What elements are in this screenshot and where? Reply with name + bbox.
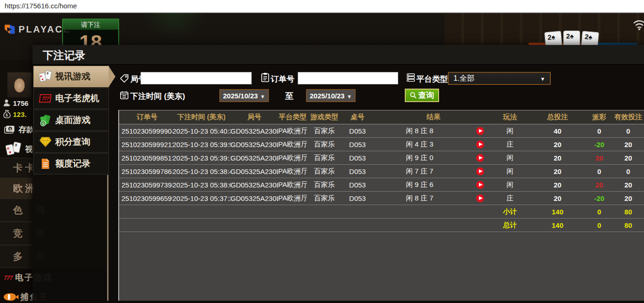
- col-header: 总投注: [526, 113, 589, 122]
- deposit-label: 存款: [19, 124, 34, 135]
- wifi-icon: [632, 19, 644, 31]
- replay-button[interactable]: [476, 194, 484, 202]
- svg-text:$: $: [9, 127, 12, 131]
- col-header: 局号: [230, 113, 278, 122]
- chevron-down-icon: [540, 74, 545, 83]
- clipboard-icon: [261, 72, 270, 83]
- table-games-icon: G: [38, 114, 53, 127]
- order-filter-label: 订单号: [271, 74, 294, 84]
- platform-select-value: 1.全部: [453, 74, 540, 84]
- subtotal-label: 小计: [494, 207, 526, 216]
- page: https://175616.cc/home PLAYACE 请下注 18 2♠…: [0, 0, 644, 303]
- slot-777-icon: 777: [38, 94, 53, 103]
- col-header: 游戏类型: [307, 113, 342, 122]
- menu-item-quota-records[interactable]: 额度记录: [33, 153, 109, 174]
- table-header-row: 订单号 下注时间 (美东) 局号 平台类型 游戏类型 桌号 结果 玩法 总投注 …: [119, 110, 644, 124]
- subtotal-row: 小计 140 0 80: [119, 205, 644, 219]
- replay-button[interactable]: [476, 141, 484, 148]
- deposit-icon: $: [4, 125, 16, 135]
- date-to-value: 2025/10/23: [310, 92, 344, 100]
- document-icon: [38, 158, 53, 170]
- svg-text:*: *: [9, 103, 11, 107]
- date-from-value: 2025/10/23: [223, 92, 258, 100]
- modal-menu: 9 K ♥ 视讯游戏 777 电子老虎机: [33, 66, 109, 175]
- search-button[interactable]: 查询: [405, 89, 439, 102]
- table-row: 251023059973982 2025-10-23 05:38:09 GD05…: [119, 178, 644, 192]
- platform-select[interactable]: 1.全部: [448, 72, 551, 85]
- round-input[interactable]: [140, 72, 252, 84]
- total-label: 总计: [494, 221, 526, 230]
- menu-divider: [107, 175, 108, 301]
- platform-list-icon: [406, 73, 415, 82]
- slot-777-icon: 777: [4, 274, 13, 281]
- balance: 123.: [13, 110, 26, 118]
- menu-item-slots[interactable]: 777 电子老虎机: [33, 88, 109, 109]
- col-header: 平台类型: [278, 113, 307, 122]
- search-button-label: 查询: [418, 90, 434, 101]
- col-header: 派彩: [589, 113, 610, 122]
- cards-icon: 9 K ♥: [38, 70, 53, 84]
- playace-logo-icon: [4, 23, 16, 35]
- table-row: 251023059985196 2025-10-23 05:39:18 GD05…: [119, 151, 644, 165]
- table-row: 251023059992114 2025-10-23 05:39:59 GD05…: [119, 138, 644, 151]
- page-url: https://175616.cc/home: [5, 2, 77, 10]
- svg-text:G: G: [42, 122, 45, 125]
- balance-row: $ 123.: [3, 110, 26, 119]
- cards-icon: 9 K ♥: [5, 141, 22, 157]
- bet-records-modal: 下注记录 9 K ♥ 视讯游戏 777 电子老虎机: [32, 45, 644, 303]
- moneybag-icon: $: [3, 110, 11, 119]
- table-glow-decor: [139, 13, 209, 41]
- tag-icon: [120, 74, 129, 83]
- table-row: 251023059999047 2025-10-23 05:40:38 GD05…: [119, 124, 644, 138]
- replay-button[interactable]: [476, 181, 484, 189]
- replay-button[interactable]: [476, 154, 484, 162]
- calendar-icon: [120, 90, 129, 100]
- col-header: 订单号: [119, 113, 172, 122]
- platform-filter-label: 平台类型: [416, 74, 448, 84]
- date-to-select[interactable]: 2025/10/23: [306, 89, 356, 102]
- col-header: 下注时间 (美东): [172, 113, 230, 122]
- search-icon: [410, 92, 417, 99]
- deposit-row[interactable]: $ 存款: [4, 124, 34, 135]
- modal-title: 下注记录: [43, 48, 85, 63]
- replay-button[interactable]: [476, 127, 484, 135]
- video-games-label: 视: [25, 144, 33, 155]
- username: 1756: [13, 99, 28, 107]
- menu-item-points[interactable]: 积分查询: [33, 131, 109, 153]
- bet-time-filter-label: 下注时间 (美东): [130, 91, 185, 102]
- fish-icon: [4, 293, 16, 301]
- date-from-select[interactable]: 2025/10/23: [219, 89, 269, 102]
- modal-header: 下注记录: [32, 45, 644, 64]
- col-header: 玩法: [494, 113, 526, 122]
- table-row: 251023059978635 2025-10-23 05:38:40 GD05…: [119, 165, 644, 178]
- total-row: 总计 140 0 80: [119, 219, 644, 232]
- browser-address-bar[interactable]: https://175616.cc/home: [0, 0, 644, 13]
- svg-text:$: $: [6, 113, 8, 117]
- replay-button[interactable]: [476, 168, 484, 175]
- menu-item-video-games[interactable]: 9 K ♥ 视讯游戏: [33, 66, 109, 87]
- order-input[interactable]: [298, 72, 398, 84]
- user-icon: *: [3, 99, 11, 107]
- avatar[interactable]: [7, 72, 32, 97]
- diamond-icon: [38, 136, 53, 148]
- col-header: 桌号: [342, 113, 373, 122]
- playace-logo: PLAYACE: [4, 23, 71, 35]
- col-header: 有效投注: [610, 113, 644, 122]
- menu-item-table-games[interactable]: G 桌面游戏: [33, 110, 109, 131]
- chevron-down-icon: [347, 92, 352, 100]
- to-label: 至: [285, 90, 293, 102]
- video-games-row[interactable]: 9 K ♥ 视: [5, 141, 33, 157]
- bet-records-table: 订单号 下注时间 (美东) 局号 平台类型 游戏类型 桌号 结果 玩法 总投注 …: [118, 110, 644, 301]
- chevron-down-icon: [260, 92, 265, 100]
- col-header: 结果: [373, 113, 494, 122]
- table-row: 251023059965998 2025-10-23 05:37:27 GD05…: [119, 192, 644, 205]
- countdown-label: 请下注: [63, 19, 118, 30]
- user-row: * 1756: [3, 99, 28, 107]
